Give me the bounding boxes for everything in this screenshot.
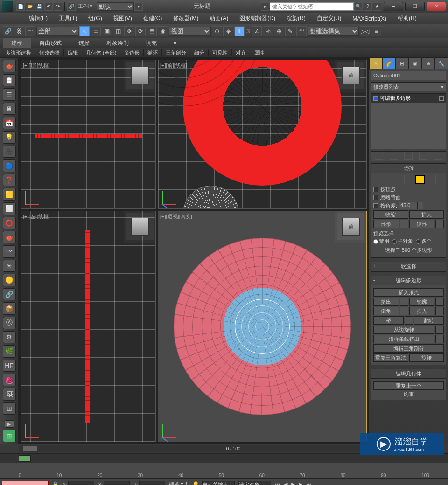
tab-display-icon[interactable]: 🖥	[422, 58, 435, 69]
play-start-icon[interactable]: ⏮	[275, 482, 280, 485]
viewport-perspective[interactable]: [+][透视][真实] 前	[158, 211, 367, 442]
viewport-front[interactable]: [+][前][线框] 前	[158, 60, 367, 209]
rollout-soft-header[interactable]: +软选择	[371, 262, 446, 271]
title-dd-icon[interactable]: ▸	[261, 2, 269, 11]
spinner-snap-icon[interactable]: ⊕	[274, 26, 284, 36]
panel-icon[interactable]: ⊞	[3, 402, 16, 415]
btn-insert-vertex[interactable]: 插入顶点	[373, 288, 444, 297]
bevel-settings-icon[interactable]	[400, 307, 408, 315]
tab-modeling[interactable]: 建模	[3, 38, 31, 48]
tab-selection[interactable]: 选择	[70, 38, 98, 48]
angle-spinner[interactable]: 45.0	[399, 202, 418, 209]
play-end-icon[interactable]: ⏭	[306, 482, 311, 485]
btn-edit-tri[interactable]: 编辑三角剖分	[373, 344, 444, 353]
hf-icon[interactable]: HF	[3, 360, 16, 372]
btn-grow[interactable]: 扩大	[409, 210, 444, 219]
sphere2-icon[interactable]: 🟡	[3, 274, 16, 286]
grass-icon[interactable]: 🌿	[3, 345, 16, 358]
tab-freeform[interactable]: 自由形式	[31, 38, 70, 48]
toggle-icon[interactable]	[439, 96, 444, 101]
tab-populate[interactable]: 填充	[137, 38, 165, 48]
percent-snap-icon[interactable]: %	[263, 26, 273, 36]
viewport-top[interactable]: [+][顶][线框]	[21, 60, 156, 209]
menu-render[interactable]: 渲染(R)	[281, 14, 311, 22]
viewcube-front[interactable]: 前	[342, 67, 360, 84]
torus-icon[interactable]: ⭕	[3, 217, 16, 229]
save-icon[interactable]: 💾	[35, 2, 43, 11]
menu-group[interactable]: 组(G)	[83, 14, 107, 22]
render-icon[interactable]: 🖼	[3, 388, 16, 401]
window-cross-icon[interactable]: ◫	[113, 26, 123, 36]
search-input[interactable]	[270, 2, 354, 11]
key-icon[interactable]: 🔑	[192, 481, 198, 485]
binoculars-icon[interactable]: 🔍	[354, 2, 363, 11]
sub-geom[interactable]: 几何体 (全部)	[82, 49, 120, 56]
tab-utility-icon[interactable]: 🔧	[435, 58, 448, 69]
color-swatch[interactable]	[2, 481, 49, 485]
link-icon[interactable]: 🔗	[3, 26, 13, 36]
rollout-editgeo-header[interactable]: -编辑几何体	[371, 369, 446, 379]
named-sel-combo[interactable]: 创建选择集	[308, 27, 359, 36]
sub-edit[interactable]: 编辑	[64, 49, 82, 56]
named-sel-icon[interactable]: ✎	[285, 26, 295, 36]
btn-repeat-last[interactable]: 重复上一个	[373, 381, 444, 390]
autokey-button[interactable]: 自动关键点	[202, 481, 235, 485]
ref-coord-select[interactable]: 视图	[169, 27, 211, 36]
btn-turn[interactable]: 旋转	[409, 353, 444, 362]
modifier-list[interactable]: 修改器列表▾	[371, 82, 446, 91]
btn-outline[interactable]: 轮廓	[409, 298, 435, 306]
lock-icon[interactable]: 🔒	[52, 481, 59, 485]
unique-icon[interactable]	[404, 152, 413, 160]
play-icon[interactable]: ▶	[291, 481, 295, 485]
tab-modify-icon[interactable]: 🌈	[382, 58, 395, 69]
menu-create[interactable]: 创建(C)	[138, 14, 168, 22]
chk-by-vertex[interactable]: 按顶点	[373, 186, 444, 193]
select-manip-icon[interactable]: ◈	[223, 26, 233, 36]
viewport-left[interactable]: [+][左][线框]	[21, 211, 156, 442]
radio-disable[interactable]: 禁用	[373, 238, 389, 245]
help-icon[interactable]: ?	[364, 2, 372, 11]
extspline-settings-icon[interactable]	[435, 335, 444, 343]
gear-icon[interactable]: ⚙	[3, 331, 16, 344]
menu-tools[interactable]: 工具(T)	[53, 14, 83, 22]
radio-subobj[interactable]: 子对象	[392, 238, 413, 245]
viewcube-top[interactable]	[131, 67, 149, 84]
menu-maxscript[interactable]: MAXScript(X)	[347, 15, 392, 22]
subobj-vertex-icon[interactable]	[382, 175, 391, 184]
close-button[interactable]: ✕	[427, 2, 446, 11]
selection-filter[interactable]: 全部	[36, 27, 78, 36]
expand-icon[interactable]	[373, 96, 378, 101]
open-icon[interactable]: 📂	[26, 2, 34, 11]
ws-more-icon[interactable]: ▸	[134, 2, 143, 11]
btn-bridge[interactable]: 桥	[373, 316, 404, 325]
hinge-settings-icon[interactable]	[435, 326, 444, 334]
sub-poly[interactable]: 多边形	[120, 49, 144, 56]
scale-icon[interactable]: ▤	[147, 26, 157, 36]
x-field[interactable]	[68, 481, 94, 485]
rollout-editpoly-header[interactable]: -编辑多边形	[371, 276, 446, 285]
scroll-thumb[interactable]	[23, 446, 37, 451]
chk-ignore-backface[interactable]: 忽略背面	[373, 194, 444, 201]
viewcube-left[interactable]	[131, 218, 149, 236]
sub-loop[interactable]: 循环	[144, 49, 162, 56]
maximize-button[interactable]: ☐	[405, 2, 425, 11]
workspace-select[interactable]: 默认	[97, 2, 134, 11]
sub-props[interactable]: 属性	[250, 49, 268, 56]
chk-by-angle[interactable]: 按角度: 45.0	[373, 202, 444, 209]
rotate-icon[interactable]: ⟳	[135, 26, 146, 36]
selobj-combo[interactable]: 选定对象	[238, 481, 271, 485]
ring-spin-icon[interactable]	[400, 220, 408, 228]
sphere-icon[interactable]: 🔵	[3, 159, 16, 172]
pivot-icon[interactable]: ⊙	[212, 26, 222, 36]
ribbon-minimize-icon[interactable]: ▾	[165, 38, 185, 48]
mesh-icon[interactable]: 🧶	[3, 374, 16, 386]
link-icon[interactable]: 🔗	[67, 2, 76, 11]
spinner-arrows-icon[interactable]	[418, 202, 423, 209]
text-icon[interactable]: Ⓐ	[3, 317, 16, 329]
btn-shrink[interactable]: 收缩	[373, 210, 408, 219]
menu-modifier[interactable]: 修改器(M)	[168, 14, 204, 22]
loop-spin-icon[interactable]	[435, 220, 444, 228]
subobj-element-icon[interactable]	[427, 175, 436, 184]
rollout-selection-header[interactable]: -选择	[371, 164, 446, 173]
object-name-field[interactable]: Cylinder001	[371, 71, 446, 80]
